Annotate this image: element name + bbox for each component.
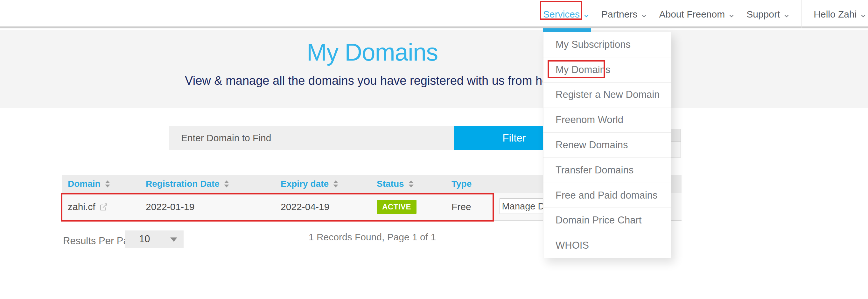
sort-icon[interactable] [224, 181, 229, 187]
nav-item-user-menu[interactable]: Hello Zahi [814, 9, 867, 20]
services-dropdown-menu: My Subscriptions My Domains Register a N… [543, 32, 671, 258]
sort-icon[interactable] [105, 181, 110, 187]
expiry-date-cell: 2022-04-19 [281, 193, 329, 221]
chevron-down-icon [783, 11, 790, 18]
status-cell: ACTIVE [377, 193, 416, 221]
top-header: Services Partners About Freenom Support [0, 0, 868, 28]
dropdown-item-renew-domains[interactable]: Renew Domains [544, 132, 671, 158]
table-header-label: Type [452, 179, 471, 189]
table-header-status[interactable]: Status [377, 175, 414, 193]
main-nav: Services Partners About Freenom Support [543, 0, 868, 28]
dropdown-item-whois[interactable]: WHOIS [544, 233, 671, 258]
nav-item-services[interactable]: Services [543, 9, 590, 20]
nav-label: Services [543, 9, 580, 20]
table-header-type: Type [452, 175, 471, 193]
nav-label: Support [746, 9, 780, 20]
dropdown-item-domain-price-chart[interactable]: Domain Price Chart [544, 208, 671, 233]
dropdown-item-my-domains[interactable]: My Domains [544, 57, 671, 82]
nav-label: Partners [601, 9, 637, 20]
page: My Domains View & manage all the domains… [0, 0, 868, 299]
domain-name[interactable]: zahi.cf [68, 201, 95, 212]
sort-icon[interactable] [333, 181, 338, 187]
nav-item-partners[interactable]: Partners [601, 9, 648, 20]
table-header-domain[interactable]: Domain [68, 175, 110, 193]
table-header-registration-date[interactable]: Registration Date [146, 175, 229, 193]
chevron-down-icon [641, 11, 648, 18]
registration-date-cell: 2022-01-19 [146, 193, 194, 221]
dropdown-item-register-new-domain[interactable]: Register a New Domain [544, 82, 671, 107]
nav-label: About Freenom [659, 9, 725, 20]
sort-icon[interactable] [408, 181, 414, 187]
nav-item-about-freenom[interactable]: About Freenom [659, 9, 735, 20]
dropdown-item-freenom-world[interactable]: Freenom World [544, 107, 671, 132]
chevron-down-icon [728, 11, 735, 18]
table-header-label: Registration Date [146, 179, 220, 189]
nav-item-support[interactable]: Support [746, 9, 790, 20]
table-header-expiry-date[interactable]: Expiry date [281, 175, 338, 193]
table-header-label: Domain [68, 179, 100, 189]
table-header-label: Status [377, 179, 404, 189]
table-header-label: Expiry date [281, 179, 329, 189]
dropdown-item-free-and-paid-domains[interactable]: Free and Paid domains [544, 183, 671, 208]
dropdown-item-transfer-domains[interactable]: Transfer Domains [544, 158, 671, 183]
type-cell: Free [452, 193, 471, 221]
chevron-down-icon [860, 11, 867, 18]
chevron-down-icon [583, 11, 590, 18]
search-input[interactable] [169, 126, 454, 150]
nav-label: Hello Zahi [814, 9, 857, 20]
dropdown-item-my-subscriptions[interactable]: My Subscriptions [544, 32, 671, 57]
status-badge: ACTIVE [377, 200, 416, 214]
domain-cell[interactable]: zahi.cf [68, 193, 108, 221]
nav-divider [802, 0, 802, 28]
active-nav-indicator [543, 28, 591, 32]
external-link-icon[interactable] [99, 203, 108, 211]
